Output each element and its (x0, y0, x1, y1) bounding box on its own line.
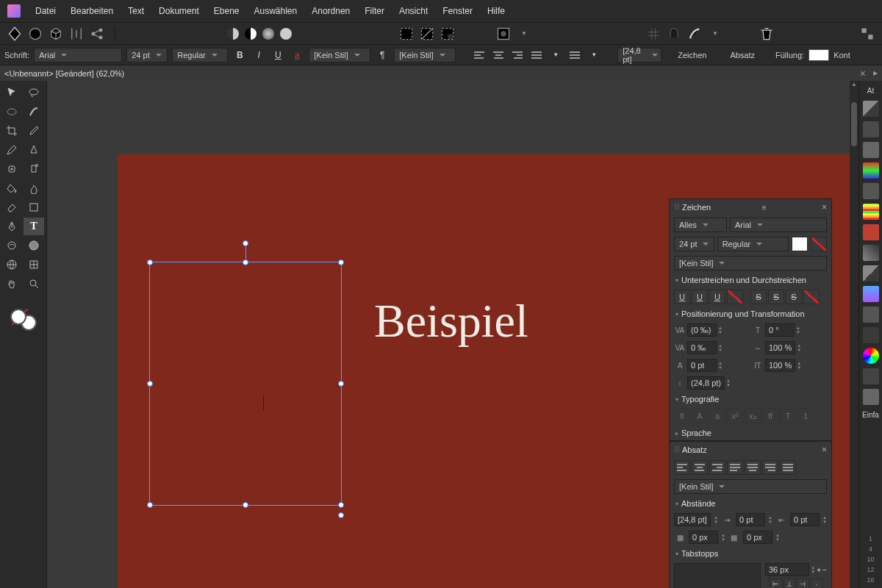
leading-input[interactable]: (24,8 pt) (687, 376, 725, 390)
kerning-spinner[interactable]: ▲▼ (718, 326, 723, 334)
panel-absatz-header[interactable]: ⠿Absatz × (670, 442, 831, 458)
typo-btn[interactable]: fi (674, 409, 690, 423)
studio-brushes[interactable] (863, 306, 879, 323)
hand-tool[interactable] (1, 275, 22, 293)
lasso-tool[interactable] (24, 84, 44, 101)
rotate-spinner[interactable]: ▲▼ (796, 326, 800, 334)
indent-right-input[interactable]: 0 pt (790, 513, 820, 526)
handle-mr[interactable] (338, 381, 344, 387)
chevron-down-icon[interactable]: ▼ (708, 26, 723, 41)
font-weight-dropdown[interactable]: Regular (172, 48, 228, 62)
first-indent-input[interactable]: 0 px (689, 531, 718, 544)
last-indent-input[interactable]: 0 px (743, 531, 772, 544)
menu-ebene[interactable]: Ebene (214, 6, 240, 16)
align-justify-button[interactable] (529, 48, 544, 62)
menu-anordnen[interactable]: Anordnen (312, 6, 350, 16)
hscale-spinner[interactable]: ▲▼ (797, 343, 801, 352)
blend-1-icon[interactable] (227, 28, 239, 40)
spinner[interactable]: ▲▼ (811, 565, 815, 574)
studio-swatches[interactable] (863, 142, 879, 158)
studio-history[interactable] (863, 389, 879, 405)
spinner[interactable]: ▲▼ (775, 533, 780, 542)
sel-rect-icon[interactable] (399, 26, 414, 41)
blend-2-icon[interactable] (245, 28, 257, 40)
fill-tool[interactable] (1, 179, 22, 197)
menu-dokument[interactable]: Dokument (159, 6, 199, 16)
leading-spinner[interactable]: ▲▼ (726, 379, 731, 387)
section-sprache[interactable]: Sprache (670, 426, 831, 440)
hscale-input[interactable]: 100 % (765, 341, 795, 354)
zoom-tool[interactable] (24, 275, 44, 293)
size-dropdown[interactable]: 24 pt (674, 237, 714, 251)
studio-adjust[interactable] (863, 183, 879, 199)
vertical-scrollbar[interactable]: ▲ (850, 81, 858, 588)
strike2-button[interactable]: S (768, 290, 784, 304)
studio-einfach[interactable]: Einfa (862, 409, 879, 420)
menu-filter[interactable]: Filter (365, 6, 384, 16)
studio-layers[interactable] (863, 121, 879, 137)
underline2-button[interactable]: U (692, 290, 708, 304)
brush-pref-icon[interactable] (687, 26, 702, 41)
absatz-link[interactable]: Absatz (730, 51, 755, 60)
section-tabstops[interactable]: Tabstopps (670, 546, 831, 561)
warp-tool[interactable] (1, 237, 22, 254)
baseline-spinner[interactable]: ▲▼ (718, 361, 723, 370)
handle-bm[interactable] (243, 502, 248, 508)
section-position[interactable]: Positionierung und Transformation (670, 306, 831, 321)
scroll-up-icon[interactable]: ▲ (851, 81, 857, 87)
tab-left[interactable]: ⊢ (770, 578, 782, 588)
blend-4-icon[interactable] (280, 28, 292, 40)
section-underline[interactable]: Unterstreichen und Durchstreichen (670, 273, 831, 287)
quicklook-icon[interactable] (496, 26, 511, 41)
textcolor-button[interactable]: a (290, 48, 304, 62)
handle-tm[interactable] (243, 259, 248, 265)
typo-btn[interactable]: x₂ (745, 409, 761, 423)
section-abstaende[interactable]: Abstände (670, 496, 831, 511)
blend-3-icon[interactable] (262, 28, 274, 40)
typo-btn[interactable]: x² (727, 409, 743, 423)
kerning-input[interactable]: (0 ‰) (687, 323, 717, 337)
sel-auto-icon[interactable] (440, 26, 455, 41)
studio-styles[interactable] (863, 204, 879, 220)
font-dropdown[interactable]: Arial (730, 218, 827, 232)
panel-menu-icon[interactable]: ≡ (762, 204, 767, 212)
handle-tl[interactable] (147, 259, 153, 265)
textflow-handle[interactable] (338, 512, 344, 518)
crop-tool[interactable] (1, 122, 22, 140)
menu-hilfe[interactable]: Hilfe (487, 6, 505, 16)
tab-remove-button[interactable]: − (822, 566, 827, 574)
para-align-left[interactable] (674, 460, 690, 475)
text-tool[interactable]: T (24, 218, 44, 235)
underline-button[interactable]: U (270, 48, 285, 62)
paint-tool[interactable] (24, 103, 44, 121)
underline1-button[interactable]: U (674, 290, 690, 304)
studio-info[interactable] (863, 368, 879, 384)
menu-auswaehlen[interactable]: Auswählen (254, 6, 297, 16)
handle-br[interactable] (338, 502, 344, 508)
snap-icon[interactable] (667, 26, 681, 41)
handle-tr[interactable] (338, 259, 344, 265)
valign-more-button[interactable]: ▼ (587, 48, 601, 62)
charset-dropdown[interactable]: Alles (674, 218, 727, 232)
tab-right[interactable]: ⊣ (797, 578, 809, 588)
shape-tool[interactable] (24, 198, 44, 216)
studio-color[interactable] (863, 348, 879, 364)
baseline-input[interactable]: 0 pt (687, 359, 717, 372)
strike3-button[interactable]: S (786, 290, 802, 304)
align-center-button[interactable] (491, 48, 506, 62)
align-right-button[interactable] (510, 48, 525, 62)
vscale-input[interactable]: 100 % (765, 359, 795, 372)
bold-button[interactable]: B (232, 48, 247, 62)
grid-tool[interactable] (24, 256, 44, 273)
studio-label[interactable]: At (867, 85, 874, 96)
valign-button[interactable] (567, 48, 582, 62)
spinner[interactable]: ▲▼ (714, 515, 718, 524)
circle-icon[interactable] (28, 26, 43, 41)
pencil-tool[interactable] (1, 141, 22, 159)
strike1-button[interactable]: S (750, 290, 767, 304)
canvas[interactable]: Beispiel ⠿Zeichen ≡ × (47, 81, 858, 588)
charstyle-panel-dropdown[interactable]: [Kein Stil] (674, 256, 827, 270)
clone-tool[interactable] (24, 160, 44, 178)
document-tab[interactable]: <Unbenannt> [Geändert] (62,0%) (4, 69, 124, 78)
spinner[interactable]: ▲▼ (721, 533, 725, 542)
